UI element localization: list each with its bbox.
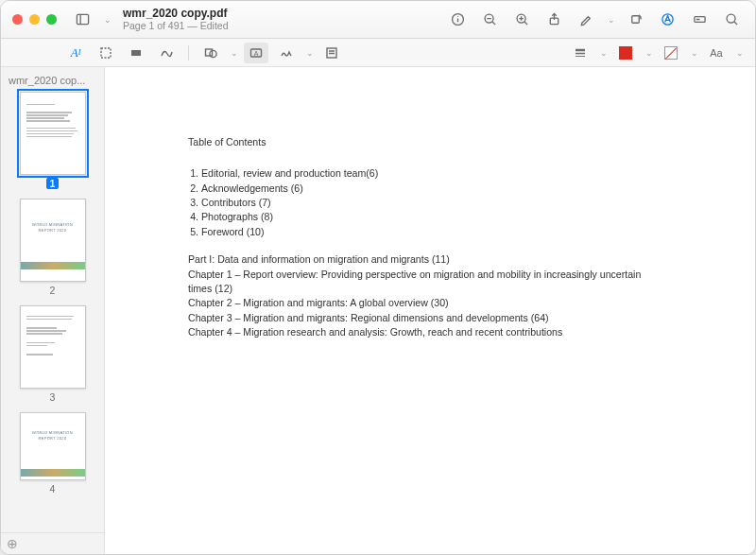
note-tool[interactable] xyxy=(319,43,344,63)
sketch-tool[interactable] xyxy=(154,43,179,63)
content-area: wmr_2020 cop... 1 WORLD MIGRATION REPORT… xyxy=(1,67,755,554)
toc-item: Foreword (10) xyxy=(201,225,645,239)
toc-part-heading: Part I: Data and information on migratio… xyxy=(188,252,645,267)
svg-rect-14 xyxy=(631,16,639,24)
thumb-report-label-1: WORLD MIGRATION xyxy=(21,430,85,435)
text-style-button[interactable]: Aa xyxy=(704,43,729,63)
svg-line-9 xyxy=(524,22,527,25)
sidebar-add-button[interactable]: ⊕ xyxy=(1,532,104,554)
thumbnail-item[interactable]: WORLD MIGRATION REPORT 2020 2 xyxy=(20,199,86,296)
thumb-report-label-2: REPORT 2020 xyxy=(21,436,85,441)
svg-rect-20 xyxy=(101,48,111,58)
sidebar-doc-label: wmr_2020 cop... xyxy=(1,73,104,92)
svg-rect-0 xyxy=(77,14,88,24)
title-block: wmr_2020 copy.pdf Page 1 of 491 — Edited xyxy=(123,8,229,32)
text-tool[interactable]: A xyxy=(244,43,268,63)
form-fill-button[interactable] xyxy=(687,9,712,31)
svg-point-23 xyxy=(210,50,216,57)
svg-line-6 xyxy=(492,22,495,25)
shapes-chevron-icon[interactable]: ⌄ xyxy=(231,48,238,58)
sign-chevron-icon[interactable]: ⌄ xyxy=(306,48,314,58)
pdf-page: Table of Contents Editorial, review and … xyxy=(105,67,691,554)
zoom-out-button[interactable] xyxy=(477,9,502,31)
zoom-in-button[interactable] xyxy=(509,9,534,31)
search-button[interactable] xyxy=(719,9,744,31)
rect-selection-tool[interactable] xyxy=(94,43,118,63)
page-thumbnail-1[interactable] xyxy=(20,92,86,175)
titlebar: ⌄ wmr_2020 copy.pdf Page 1 of 491 — Edit… xyxy=(1,1,755,39)
page-number: 4 xyxy=(50,483,56,494)
stroke-color-chevron-icon[interactable]: ⌄ xyxy=(645,48,653,58)
highlight-menu-chevron-icon[interactable]: ⌄ xyxy=(608,15,615,25)
toc-chapter: Chapter 4 – Migration research and analy… xyxy=(188,325,645,339)
fill-color-chevron-icon[interactable]: ⌄ xyxy=(691,48,698,58)
svg-text:A: A xyxy=(254,49,259,56)
sidebar-toggle-button[interactable] xyxy=(70,9,94,31)
close-window-button[interactable] xyxy=(12,14,23,25)
window-controls xyxy=(12,14,57,25)
info-button[interactable] xyxy=(445,9,470,31)
preview-window: ⌄ wmr_2020 copy.pdf Page 1 of 491 — Edit… xyxy=(0,0,756,555)
svg-point-18 xyxy=(727,14,735,23)
toc-item: Acknowledgements (6) xyxy=(201,182,645,196)
text-style-chevron-icon[interactable]: ⌄ xyxy=(736,48,744,58)
highlight-button[interactable] xyxy=(574,9,598,31)
text-style-label: Aa xyxy=(710,47,722,59)
page-number: 2 xyxy=(50,285,56,296)
page-number: 1 xyxy=(46,178,60,189)
fill-color-button[interactable] xyxy=(659,43,683,63)
toc-chapter: Chapter 1 – Report overview: Providing p… xyxy=(188,268,645,297)
toc-item: Photographs (8) xyxy=(201,210,645,224)
thumbnail-item[interactable]: 1 xyxy=(20,92,86,189)
thumbnail-item[interactable]: WORLD MIGRATION REPORT 2020 4 xyxy=(20,412,86,494)
page-number: 3 xyxy=(50,391,56,403)
sign-tool[interactable] xyxy=(274,43,299,63)
stroke-color-button[interactable] xyxy=(613,43,638,63)
redact-tool[interactable] xyxy=(124,43,148,63)
thumbnail-item[interactable]: 3 xyxy=(20,305,86,403)
toc-item: Editorial, review and production team(6) xyxy=(201,166,645,181)
minimize-window-button[interactable] xyxy=(29,14,40,25)
thumb-report-label-1: WORLD MIGRATION xyxy=(21,222,85,227)
line-style-button[interactable] xyxy=(568,43,593,63)
text-selection-tool[interactable]: AI xyxy=(63,43,88,63)
line-style-chevron-icon[interactable]: ⌄ xyxy=(600,48,608,58)
rotate-button[interactable] xyxy=(623,9,647,31)
document-subtitle: Page 1 of 491 — Edited xyxy=(123,20,229,31)
toolbar-separator xyxy=(188,45,189,61)
markup-toolbar: AI ⌄ A ⌄ ⌄ ⌄ ⌄ Aa ⌄ xyxy=(1,39,755,67)
shapes-tool[interactable] xyxy=(198,43,223,63)
svg-rect-22 xyxy=(206,49,213,56)
share-button[interactable] xyxy=(541,9,566,31)
page-thumbnail-4[interactable]: WORLD MIGRATION REPORT 2020 xyxy=(20,412,86,480)
svg-rect-21 xyxy=(131,50,141,56)
document-title: wmr_2020 copy.pdf xyxy=(123,8,229,21)
toc-front-matter: Editorial, review and production team(6)… xyxy=(188,166,645,239)
thumb-report-label-2: REPORT 2020 xyxy=(21,228,85,233)
document-viewer[interactable]: Table of Contents Editorial, review and … xyxy=(105,67,755,554)
toc-item: Contributors (7) xyxy=(201,196,645,210)
toc-title: Table of Contents xyxy=(188,135,645,149)
toc-chapter: Chapter 3 – Migration and migrants: Regi… xyxy=(188,311,645,325)
svg-point-4 xyxy=(456,16,457,17)
page-thumbnail-3[interactable] xyxy=(20,305,86,389)
markup-toggle-button[interactable] xyxy=(655,9,679,31)
page-thumbnail-2[interactable]: WORLD MIGRATION REPORT 2020 xyxy=(20,199,86,282)
svg-line-19 xyxy=(734,22,737,25)
sidebar-menu-chevron-icon[interactable]: ⌄ xyxy=(104,15,112,25)
zoom-window-button[interactable] xyxy=(46,14,57,25)
toc-chapter: Chapter 2 – Migration and migrants: A gl… xyxy=(188,296,645,310)
thumbnail-sidebar: wmr_2020 cop... 1 WORLD MIGRATION REPORT… xyxy=(1,67,105,554)
